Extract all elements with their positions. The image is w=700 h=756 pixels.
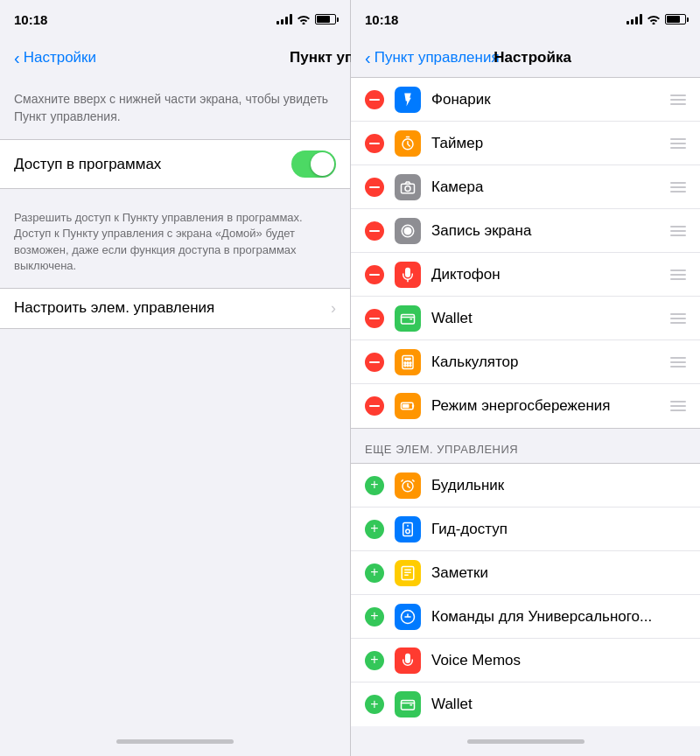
access-label: Доступ в программах [14,156,291,173]
remove-button[interactable] [365,134,384,153]
drag-handle-icon[interactable] [670,182,686,192]
timer-icon [395,130,421,157]
left-back-label: Настройки [24,49,96,66]
included-row[interactable]: Режим энергосбережения [351,384,700,428]
more-list: БудильникГид-доступЗаметкиКоманды для Ун… [351,463,700,726]
swipe-description: Смахните вверх с нижней части экрана, чт… [0,91,350,139]
flashlight-icon [395,87,421,113]
drag-handle-icon[interactable] [670,226,686,236]
access-row[interactable]: Доступ в программах [0,140,350,188]
wallet2-icon [395,691,421,718]
add-button[interactable] [365,695,384,714]
calculator-icon [395,349,421,375]
wifi-icon [297,14,311,24]
remove-button[interactable] [365,396,384,416]
drag-handle-icon[interactable] [670,401,686,411]
svg-rect-16 [402,404,410,409]
right-status-bar: 10:18 [351,0,700,38]
row-label: Запись экрана [431,222,663,240]
toggle-knob [311,152,334,176]
signal-icon [276,14,292,24]
row-label: Таймер [431,135,663,152]
row-label: Команды для Универсального... [431,608,686,626]
remove-button[interactable] [365,309,384,328]
left-time: 10:18 [14,12,47,27]
remove-button[interactable] [365,221,384,241]
more-row[interactable]: Будильник [351,464,700,508]
remove-button[interactable] [365,265,384,284]
svg-point-9 [404,361,406,363]
row-label: Диктофон [431,266,663,284]
drag-handle-icon[interactable] [670,357,686,368]
included-row[interactable]: Таймер [351,122,700,165]
battery-icon [315,14,336,24]
add-button[interactable] [365,520,384,539]
access-toggle[interactable] [291,150,336,178]
add-button[interactable] [365,651,384,670]
more-row[interactable]: Voice Memos [351,639,700,682]
svg-rect-8 [404,357,411,360]
alarm-icon [395,472,421,499]
right-battery-icon [665,14,686,24]
left-panel: 10:18 ‹ Настройки Пункт управления Смахн… [0,0,350,756]
back-chevron-icon: ‹ [14,49,20,66]
more-row[interactable]: Wallet [351,682,700,726]
customize-chevron-icon: › [331,299,336,318]
row-label: Wallet [431,696,686,713]
row-label: Фонарик [431,91,663,108]
drag-handle-icon[interactable] [670,94,686,105]
remove-button[interactable] [365,353,384,372]
add-button[interactable] [365,476,384,495]
left-nav-bar: ‹ Настройки Пункт управления [0,38,350,77]
svg-point-19 [406,529,410,534]
more-row[interactable]: Команды для Универсального... [351,595,700,639]
notes-icon [395,560,421,586]
included-row[interactable]: Калькулятор [351,340,700,384]
right-time: 10:18 [365,12,398,27]
accessibility-shortcuts-icon [395,604,421,630]
add-button[interactable] [365,607,384,626]
svg-point-10 [407,361,409,363]
more-row[interactable]: Гид-доступ [351,508,700,551]
right-back-button[interactable]: ‹ Пункт управления [365,49,500,66]
access-description: Разрешить доступ к Пункту управления в п… [0,203,350,288]
right-back-chevron-icon: ‹ [365,49,371,66]
included-row[interactable]: Запись экрана [351,209,700,253]
right-signal-icon [626,14,642,24]
drag-handle-icon[interactable] [670,138,686,149]
drag-handle-icon[interactable] [670,313,686,324]
included-list: ФонарикТаймерКамераЗапись экранаДиктофон… [351,77,700,429]
included-row[interactable]: Wallet [351,297,700,340]
add-button[interactable] [365,564,384,583]
left-back-button[interactable]: ‹ Настройки [14,49,96,66]
more-section-header: ЕЩЕ ЭЛЕМ. УПРАВЛЕНИЯ [351,429,700,463]
drag-handle-icon[interactable] [670,270,686,280]
remove-button[interactable] [365,178,384,197]
right-nav-title: Настройка [494,49,571,66]
row-label: Режим энергосбережения [431,397,663,415]
row-label: Voice Memos [431,652,686,669]
svg-point-14 [410,364,411,366]
right-home-indicator [351,726,700,756]
customize-label: Настроить элем. управления [14,299,331,317]
left-status-icons [276,14,336,24]
more-row[interactable]: Заметки [351,551,700,595]
included-row[interactable]: Фонарик [351,78,700,122]
left-home-bar [116,739,234,744]
row-label: Гид-доступ [431,521,686,538]
right-status-icons [626,14,686,24]
customize-row[interactable]: Настроить элем. управления › [0,289,350,328]
row-label: Wallet [431,310,663,327]
included-row[interactable]: Диктофон [351,253,700,297]
svg-point-12 [404,364,406,366]
voice-memo-icon [395,262,421,288]
included-row[interactable]: Камера [351,165,700,209]
svg-point-13 [407,364,409,366]
svg-point-2 [405,186,410,191]
row-label: Камера [431,178,663,196]
left-content: Смахните вверх с нижней части экрана, чт… [0,77,350,726]
access-section: Доступ в программах [0,139,350,189]
remove-button[interactable] [365,90,384,109]
right-panel: 10:18 ‹ Пункт управления Настройка [350,0,700,756]
row-label: Будильник [431,477,686,494]
